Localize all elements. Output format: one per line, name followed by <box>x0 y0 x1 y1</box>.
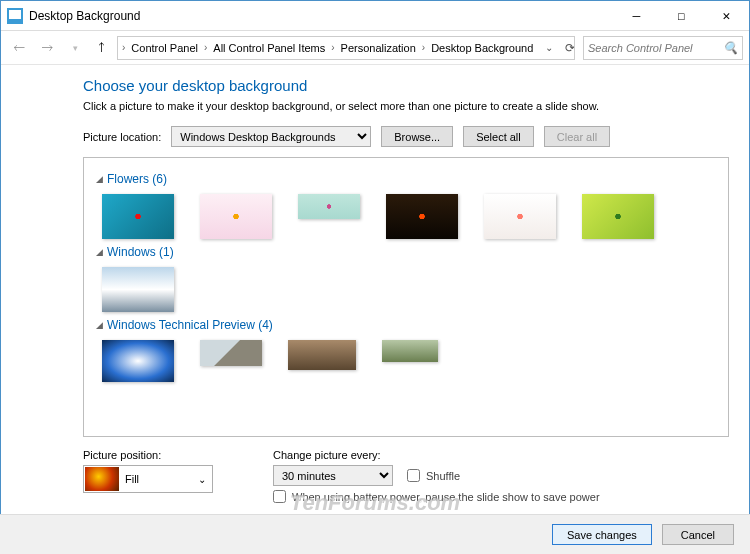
select-all-button[interactable]: Select all <box>463 126 534 147</box>
search-icon: 🔍 <box>723 41 738 55</box>
location-select[interactable]: Windows Desktop Backgrounds <box>171 126 371 147</box>
search-input[interactable]: Search Control Panel 🔍 <box>583 36 743 60</box>
titlebar: Desktop Background — ☐ ✕ <box>1 1 749 31</box>
wallpaper-thumb[interactable] <box>200 194 272 239</box>
chevron-down-icon: ⌄ <box>193 474 211 485</box>
interval-select[interactable]: 30 minutes <box>273 465 393 486</box>
shuffle-checkbox[interactable] <box>407 469 420 482</box>
page-subtext: Click a picture to make it your desktop … <box>83 100 729 112</box>
app-icon <box>7 8 23 24</box>
chevron-right-icon: › <box>122 42 125 53</box>
footer: Save changes Cancel <box>0 514 750 554</box>
window-title: Desktop Background <box>29 9 614 23</box>
maximize-button[interactable]: ☐ <box>659 2 704 30</box>
wallpaper-thumb[interactable] <box>382 340 438 362</box>
close-button[interactable]: ✕ <box>704 2 749 30</box>
cancel-button[interactable]: Cancel <box>662 524 734 545</box>
breadcrumb-item[interactable]: Personalization <box>337 40 420 56</box>
position-value: Fill <box>119 473 193 485</box>
wallpaper-thumb[interactable] <box>102 340 174 382</box>
wallpaper-thumb[interactable] <box>288 340 356 370</box>
wallpaper-thumb[interactable] <box>298 194 360 219</box>
position-label: Picture position: <box>83 449 213 461</box>
minimize-button[interactable]: — <box>614 2 659 30</box>
wallpaper-thumb[interactable] <box>582 194 654 239</box>
up-button[interactable]: 🡑 <box>91 37 113 59</box>
location-label: Picture location: <box>83 131 161 143</box>
collapse-icon: ◢ <box>96 247 103 257</box>
shuffle-label: Shuffle <box>426 470 460 482</box>
chevron-right-icon: › <box>204 42 207 53</box>
position-select[interactable]: Fill ⌄ <box>83 465 213 493</box>
recent-dropdown[interactable]: ▾ <box>63 36 87 60</box>
address-dropdown[interactable]: ⌄ <box>539 42 559 53</box>
wallpaper-thumb[interactable] <box>102 194 174 239</box>
group-header[interactable]: ◢Flowers (6) <box>96 172 716 186</box>
svg-rect-1 <box>9 10 21 19</box>
browse-button[interactable]: Browse... <box>381 126 453 147</box>
page-heading: Choose your desktop background <box>83 77 729 94</box>
wallpaper-thumb[interactable] <box>102 267 174 312</box>
collapse-icon: ◢ <box>96 174 103 184</box>
group-label: Flowers (6) <box>107 172 167 186</box>
breadcrumb-item[interactable]: Control Panel <box>127 40 202 56</box>
battery-checkbox[interactable] <box>273 490 286 503</box>
group-header[interactable]: ◢Windows Technical Preview (4) <box>96 318 716 332</box>
wallpaper-thumb[interactable] <box>200 340 262 366</box>
collapse-icon: ◢ <box>96 320 103 330</box>
group-label: Windows (1) <box>107 245 174 259</box>
wallpaper-thumb[interactable] <box>386 194 458 239</box>
breadcrumb-item[interactable]: Desktop Background <box>427 40 537 56</box>
chevron-right-icon: › <box>331 42 334 53</box>
navbar: 🡐 🡒 ▾ 🡑 › Control Panel › All Control Pa… <box>1 31 749 65</box>
content-area: Choose your desktop background Click a p… <box>1 65 749 509</box>
address-bar[interactable]: › Control Panel › All Control Panel Item… <box>117 36 575 60</box>
group-label: Windows Technical Preview (4) <box>107 318 273 332</box>
position-preview-icon <box>85 467 119 491</box>
chevron-right-icon: › <box>422 42 425 53</box>
image-gallery: ◢Flowers (6)◢Windows (1)◢Windows Technic… <box>83 157 729 437</box>
change-label: Change picture every: <box>273 449 600 461</box>
battery-label: When using battery power, pause the slid… <box>292 491 600 503</box>
save-button[interactable]: Save changes <box>552 524 652 545</box>
search-placeholder: Search Control Panel <box>588 42 719 54</box>
wallpaper-thumb[interactable] <box>484 194 556 239</box>
back-button[interactable]: 🡐 <box>7 36 31 60</box>
breadcrumb-item[interactable]: All Control Panel Items <box>209 40 329 56</box>
clear-all-button[interactable]: Clear all <box>544 126 610 147</box>
group-header[interactable]: ◢Windows (1) <box>96 245 716 259</box>
refresh-button[interactable]: ⟳ <box>559 41 575 55</box>
forward-button[interactable]: 🡒 <box>35 36 59 60</box>
